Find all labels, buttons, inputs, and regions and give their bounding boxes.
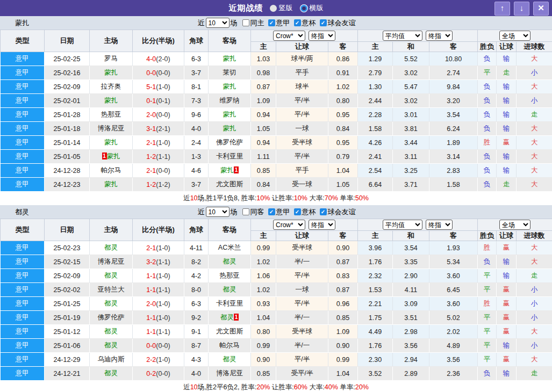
corners-cell: 6-3: [184, 297, 209, 311]
sub-column-header: 胜负: [478, 231, 497, 241]
away-team-label: 佛罗伦萨: [216, 139, 243, 146]
home-team-label: 都灵: [104, 328, 118, 335]
full-match-select[interactable]: 全场: [499, 31, 531, 41]
avg-away-odds: 2.02: [429, 325, 478, 339]
average-select[interactable]: 平均值: [383, 31, 422, 41]
score-cell: 2-1(1-0): [133, 241, 184, 255]
scroll-down-button[interactable]: ↓: [514, 2, 529, 16]
handicap-line: 一球: [276, 283, 328, 297]
handicap-line: 球半: [276, 80, 328, 94]
checkbox-label: 球会友谊: [328, 18, 356, 28]
handicap-line: 平/半: [276, 94, 328, 108]
summary-segment: 10%: [256, 194, 270, 202]
result-handicap: 输: [497, 80, 517, 94]
league-checkbox-1[interactable]: ✓意甲: [264, 207, 290, 217]
summary-segment: 40%: [325, 383, 338, 391]
bookmaker-select[interactable]: Crow*: [273, 220, 305, 230]
result-goals: 大: [517, 353, 552, 367]
avg-draw-odds: 3.11: [393, 150, 429, 164]
column-header: 比分(半场): [133, 30, 184, 52]
result-handicap: 输: [497, 269, 517, 283]
handicap-away-odds: 1.09: [328, 325, 358, 339]
corners-cell: 4-0: [184, 122, 209, 136]
avg-away-odds: 3.60: [429, 269, 478, 283]
avg-away-odds: 3.14: [429, 150, 478, 164]
home-team-label: 都灵: [104, 342, 118, 349]
summary-segment: 让胜率:: [270, 194, 293, 202]
score-cell: 2-1(0-0): [133, 164, 184, 178]
scroll-up-button[interactable]: ↑: [494, 2, 510, 16]
scope-group-header: 全场: [478, 219, 552, 231]
final-odds-select-2[interactable]: 终指: [426, 220, 453, 230]
avg-away-odds: 2.83: [429, 164, 478, 178]
average-select[interactable]: 平均值: [383, 220, 422, 230]
league-cell: 意甲: [1, 122, 45, 136]
date-cell: 25-02-02: [45, 283, 90, 297]
full-time-score: 2-0: [146, 300, 156, 308]
league-checkbox-3[interactable]: ✓球会友谊: [316, 207, 356, 217]
full-match-select[interactable]: 全场: [499, 220, 531, 230]
layout-horizontal-radio[interactable]: 横版: [300, 3, 324, 13]
checkbox-checked-icon: ✓: [320, 208, 327, 215]
avg-home-odds: 3.52: [358, 367, 393, 381]
result-outcome: 胜: [478, 136, 497, 150]
league-checkbox-2[interactable]: ✓意杯: [290, 18, 316, 28]
date-cell: 25-01-05: [45, 150, 90, 164]
column-header: 客场: [209, 30, 251, 52]
half-time-score: (1-0): [156, 356, 170, 364]
checkbox-checked-icon: ✓: [320, 19, 327, 26]
final-odds-select[interactable]: 终指: [309, 31, 335, 41]
avg-away-odds: 2.74: [429, 66, 478, 80]
home-team-label: 都灵: [104, 272, 118, 279]
date-cell: 25-01-14: [45, 136, 90, 150]
handicap-line: 平/半: [276, 297, 328, 311]
home-team-cell: 都灵: [90, 325, 133, 339]
same-venue-checkbox[interactable]: 同客: [239, 207, 264, 217]
league-checkbox-2[interactable]: ✓意杯: [290, 207, 316, 217]
away-team-cell: 佛罗伦萨: [209, 136, 251, 150]
result-handicap: 输: [497, 164, 517, 178]
match-row: 意甲25-01-25都灵2-0(1-0)6-3卡利亚里0.93平/半0.962.…: [1, 297, 552, 311]
corners-cell: 4-3: [184, 353, 209, 367]
close-button[interactable]: ✕: [533, 2, 549, 16]
home-team-cell: 博洛尼亚: [90, 122, 133, 136]
same-venue-checkbox[interactable]: 同主: [239, 18, 264, 28]
result-goals: 走: [517, 108, 552, 122]
red-card-badge: 1: [102, 153, 107, 159]
corners-cell: 4-11: [184, 241, 209, 255]
match-row: 意甲25-01-28热那亚2-0(0-0)9-6蒙扎0.94平/半0.952.2…: [1, 108, 552, 122]
bookmaker-select[interactable]: Crow*: [273, 31, 305, 41]
avg-draw-odds: 2.94: [393, 353, 429, 367]
home-team-cell: 蒙扎: [90, 178, 133, 192]
match-row: 意甲25-02-09都灵1-1(1-0)4-2热那亚1.06平/半0.832.3…: [1, 269, 552, 283]
league-checkbox-1[interactable]: ✓意甲: [264, 18, 290, 28]
handicap-away-odds: 1.05: [328, 178, 358, 192]
group-header-row: 类型日期主场比分(半场)角球客场Crow*终指平均值终指全场: [1, 219, 552, 231]
home-team-label: 帕尔马: [101, 166, 121, 174]
final-odds-select-2[interactable]: 终指: [426, 31, 453, 41]
avg-draw-odds: 3.01: [393, 108, 429, 122]
league-cell: 意甲: [1, 108, 45, 122]
result-handicap: 输: [497, 94, 517, 108]
handicap-home-odds: 0.94: [251, 108, 276, 122]
final-odds-select[interactable]: 终指: [309, 220, 335, 230]
handicap-away-odds: 0.95: [328, 108, 358, 122]
layout-vertical-radio[interactable]: 竖版: [270, 3, 293, 13]
handicap-home-odds: 0.90: [251, 353, 276, 367]
home-team-cell: 热那亚: [90, 108, 133, 122]
league-checkbox-3[interactable]: ✓球会友谊: [316, 18, 356, 28]
full-time-score: 1-1: [146, 272, 156, 280]
result-goals: 小: [517, 94, 552, 108]
summary-segment: 近: [183, 383, 190, 391]
match-row: 意甲24-12-28帕尔马2-1(0-0)4-6蒙扎10.85平手1.042.5…: [1, 164, 552, 178]
result-goals: 大: [517, 241, 552, 255]
summary-line: 近10场,胜2平6负2, 胜率:20% 让胜率:60% 大率:40% 单率:20…: [0, 381, 552, 392]
result-handicap: 输: [497, 122, 517, 136]
handicap-line: 受平/半: [276, 367, 328, 381]
half-time-score: (0-0): [156, 342, 170, 350]
recent-count-select[interactable]: 10: [206, 18, 230, 28]
recent-count-select[interactable]: 10: [206, 207, 230, 217]
result-goals: 走: [517, 367, 552, 381]
handicap-home-odds: 1.04: [251, 311, 276, 325]
result-outcome: 负: [478, 122, 497, 136]
